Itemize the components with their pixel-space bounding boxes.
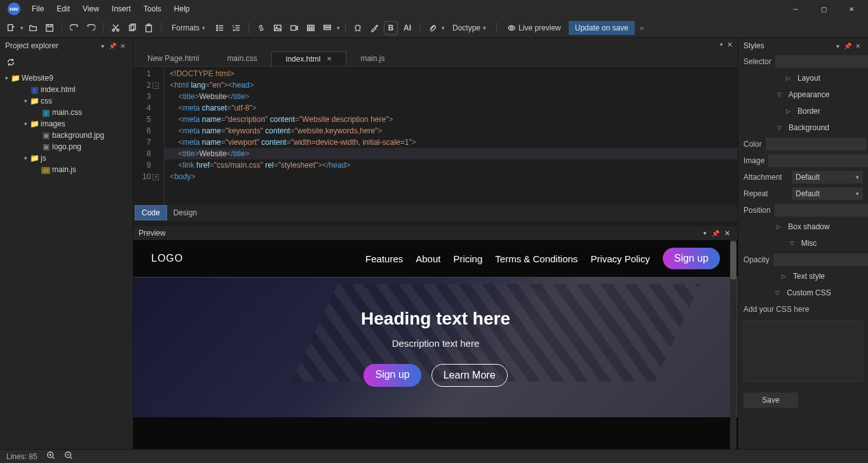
nav-features[interactable]: Features (365, 253, 403, 264)
design-tab[interactable]: Design (167, 206, 203, 220)
preview-pin-icon[interactable]: 📌 (709, 230, 722, 237)
collapse-icon[interactable]: ▽ (775, 290, 783, 296)
background-section[interactable]: Background (789, 123, 829, 132)
doctype-dropdown[interactable]: Doctype▾ (447, 21, 491, 35)
tree-item-css[interactable]: ▾📁css (3, 95, 130, 107)
editor-close-icon[interactable]: ✕ (727, 41, 733, 49)
misc-section[interactable]: Misc (801, 239, 817, 248)
attachment-select[interactable]: Default▾ (792, 171, 863, 184)
menu-edit[interactable]: Edit (50, 2, 76, 16)
pin-icon[interactable]: 📌 (107, 43, 118, 50)
close-button[interactable]: ✕ (837, 0, 865, 18)
custom-css-textarea[interactable] (743, 320, 863, 382)
boxshadow-section[interactable]: Box shadow (788, 222, 829, 231)
collapse-icon[interactable]: ▽ (790, 240, 797, 246)
tab-New-Page-html[interactable]: New Page.html (133, 51, 213, 65)
image-button[interactable] (271, 21, 285, 35)
symbol-button[interactable]: Ω (351, 21, 365, 35)
color-label: Color (743, 140, 762, 149)
attach-button[interactable] (425, 21, 439, 35)
toolbar-overflow[interactable]: » (637, 23, 647, 32)
editor-dropdown-icon[interactable]: ▾ (720, 41, 723, 48)
ul-button[interactable] (213, 21, 227, 35)
textstyle-section[interactable]: Text style (793, 272, 825, 281)
tree-item-main-css[interactable]: ⬍main.css (3, 107, 130, 118)
styles-close-icon[interactable]: ✕ (853, 43, 863, 50)
tree-item-images[interactable]: ▾📁images (3, 118, 130, 130)
bold-button[interactable]: B (384, 21, 398, 35)
nav-pricing[interactable]: Pricing (453, 253, 482, 264)
appearance-section[interactable]: Appearance (789, 90, 830, 99)
collapse-icon[interactable]: ▽ (777, 91, 785, 98)
new-file-button[interactable] (4, 21, 18, 35)
styles-pin-icon[interactable]: 📌 (843, 43, 853, 50)
maximize-button[interactable]: ▢ (810, 0, 837, 18)
refresh-button[interactable] (4, 55, 18, 69)
tab-index-html[interactable]: index.html✕ (271, 51, 347, 66)
color-input[interactable] (766, 138, 866, 151)
nav-privacypolicy[interactable]: Privacy Policy (590, 253, 649, 264)
zoom-out-icon[interactable] (64, 451, 73, 462)
paste-button[interactable] (142, 21, 156, 35)
preview-scroll-thumb[interactable] (730, 241, 736, 279)
panel-close-icon[interactable]: ✕ (118, 43, 128, 50)
save-button[interactable] (43, 21, 57, 35)
code-editor[interactable]: 12−345678910+ <!DOCTYPE html><html lang=… (133, 66, 738, 205)
video-button[interactable] (287, 21, 301, 35)
panel-dropdown-icon[interactable]: ▾ (97, 43, 107, 50)
opacity-input[interactable] (773, 253, 868, 266)
nav-about[interactable]: About (416, 253, 440, 264)
position-input[interactable] (775, 204, 868, 217)
undo-button[interactable] (67, 21, 81, 35)
cut-button[interactable] (109, 21, 123, 35)
save-styles-button[interactable]: Save (743, 393, 798, 408)
menu-tools[interactable]: Tools (137, 2, 168, 16)
customcss-section[interactable]: Custom CSS (787, 288, 831, 297)
tab-close-icon[interactable]: ✕ (327, 55, 332, 62)
live-preview-toggle[interactable]: Live preview (502, 21, 566, 35)
image-input[interactable] (768, 154, 868, 167)
update-on-save-button[interactable]: Update on save (569, 21, 635, 35)
menu-insert[interactable]: Insert (105, 2, 137, 16)
hero-signup-button[interactable]: Sign up (363, 364, 421, 387)
expand-icon[interactable]: ▷ (786, 108, 794, 114)
ai-button[interactable]: AI (400, 21, 414, 35)
code-tab[interactable]: Code (135, 205, 167, 220)
preview-dropdown-icon[interactable]: ▾ (701, 230, 709, 236)
table-button[interactable] (304, 21, 318, 35)
minimize-button[interactable]: ─ (782, 0, 810, 18)
expand-icon[interactable]: ▷ (786, 75, 794, 81)
link-button[interactable] (254, 21, 268, 35)
redo-button[interactable] (84, 21, 98, 35)
formats-dropdown[interactable]: Formats▾ (166, 21, 210, 35)
tab-main-css[interactable]: main.css (213, 51, 271, 65)
preview-close-icon[interactable]: ✕ (722, 229, 733, 238)
layout-section[interactable]: Layout (797, 74, 820, 83)
expand-icon[interactable]: ▷ (776, 224, 784, 230)
menu-file[interactable]: File (25, 2, 50, 16)
collapse-icon[interactable]: ▽ (777, 124, 785, 131)
open-button[interactable] (26, 21, 40, 35)
eyedropper-button[interactable] (367, 21, 381, 35)
menu-help[interactable]: Help (168, 2, 196, 16)
form-button[interactable] (320, 21, 334, 35)
hero-learnmore-button[interactable]: Learn More (431, 364, 508, 387)
selector-input[interactable] (775, 55, 868, 68)
tree-item-index-html[interactable]: ⬍index.html (3, 84, 130, 95)
copy-button[interactable] (125, 21, 139, 35)
styles-dropdown-icon[interactable]: ▾ (832, 43, 843, 50)
tree-item-js[interactable]: ▾📁js (3, 152, 130, 164)
zoom-in-icon[interactable] (46, 451, 55, 462)
expand-icon[interactable]: ▷ (782, 273, 789, 279)
nav-termsconditions[interactable]: Terms & Conditions (495, 253, 578, 264)
tree-item-background-jpg[interactable]: ▣background.jpg (3, 130, 130, 141)
tree-root[interactable]: ▾📁Website9 (3, 72, 130, 84)
border-section[interactable]: Border (797, 107, 820, 116)
tree-item-main-js[interactable]: JSmain.js (3, 164, 130, 175)
nav-signup-button[interactable]: Sign up (663, 248, 720, 269)
tree-item-logo-png[interactable]: ▣logo.png (3, 141, 130, 152)
menu-view[interactable]: View (76, 2, 105, 16)
tab-main-js[interactable]: main.js (346, 51, 398, 65)
ol-button[interactable] (229, 21, 243, 35)
repeat-select[interactable]: Default▾ (792, 187, 863, 200)
